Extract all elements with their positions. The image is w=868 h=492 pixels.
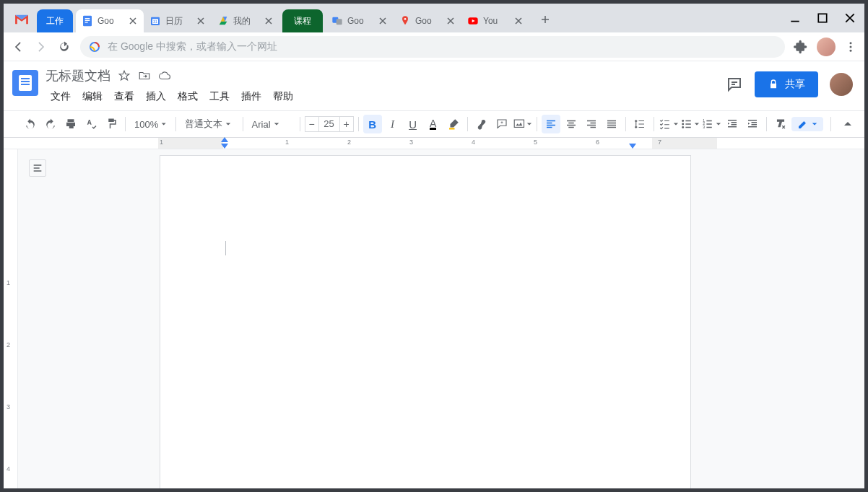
docs-favicon-icon	[82, 15, 93, 27]
forward-icon[interactable]	[34, 40, 48, 54]
svg-rect-8	[337, 19, 342, 25]
lock-icon	[768, 79, 779, 90]
menu-format[interactable]: 格式	[173, 87, 203, 106]
browser-menu-icon[interactable]	[844, 40, 857, 53]
caret-down-icon	[812, 121, 817, 127]
tab-translate[interactable]: Goo	[326, 9, 394, 32]
close-icon[interactable]	[196, 16, 206, 26]
align-right-button[interactable]	[582, 115, 601, 133]
bold-button[interactable]: B	[363, 115, 382, 133]
menu-help[interactable]: 帮助	[268, 87, 298, 106]
new-tab-button[interactable]	[535, 9, 555, 30]
svg-rect-17	[514, 120, 524, 127]
undo-button[interactable]	[21, 115, 40, 133]
vertical-ruler[interactable]: 1 2 3 4	[4, 149, 18, 492]
insert-link-button[interactable]	[472, 115, 491, 133]
account-avatar[interactable]	[830, 73, 853, 96]
numbered-list-button[interactable]: 123	[701, 115, 721, 133]
align-justify-button[interactable]	[602, 115, 621, 133]
left-indent-marker[interactable]	[221, 144, 228, 149]
first-line-indent-marker[interactable]	[221, 137, 228, 142]
tab-calendar[interactable]: 31 日历	[144, 9, 212, 32]
tab-label: 日历	[165, 15, 193, 27]
menu-addons[interactable]: 插件	[236, 87, 266, 106]
share-button[interactable]: 共享	[755, 71, 818, 97]
svg-rect-16	[449, 128, 455, 129]
collapse-toolbar-button[interactable]	[838, 115, 857, 133]
cloud-status-icon[interactable]	[158, 69, 171, 82]
browser-profile-avatar[interactable]	[817, 38, 836, 56]
right-indent-marker[interactable]	[629, 144, 636, 149]
outline-toggle-button[interactable]	[29, 159, 46, 177]
ruler[interactable]: 1 1 2 3 4 5 6 7	[4, 138, 864, 149]
tab-group-label: 课程	[294, 15, 311, 27]
back-icon[interactable]	[11, 40, 25, 54]
close-icon[interactable]	[513, 16, 524, 26]
tab-group-work[interactable]: 工作	[37, 9, 73, 32]
menu-view[interactable]: 查看	[109, 87, 139, 106]
svg-point-18	[682, 120, 684, 122]
underline-button[interactable]: U	[404, 115, 422, 133]
editing-mode-button[interactable]	[791, 117, 823, 131]
tab-group-course[interactable]: 课程	[282, 9, 323, 32]
svg-point-13	[850, 42, 852, 44]
font-value: Arial	[252, 119, 271, 130]
menu-edit[interactable]: 编辑	[77, 87, 108, 106]
tab-maps[interactable]: Goo	[394, 9, 461, 32]
svg-rect-2	[85, 20, 90, 21]
maximize-icon[interactable]	[817, 12, 828, 24]
move-icon[interactable]	[138, 69, 151, 82]
print-button[interactable]	[61, 115, 80, 133]
tab-youtube[interactable]: You	[461, 9, 529, 32]
font-select[interactable]: Arial	[248, 115, 295, 133]
close-window-icon[interactable]	[844, 12, 856, 24]
font-size-value[interactable]: 25	[319, 116, 339, 132]
font-size-increase[interactable]: +	[339, 116, 354, 132]
tab-docs-active[interactable]: Goo	[76, 9, 144, 32]
redo-button[interactable]	[41, 115, 60, 133]
translate-favicon-icon	[331, 15, 343, 27]
menu-tools[interactable]: 工具	[204, 87, 235, 106]
svg-rect-11	[818, 14, 826, 22]
menu-file[interactable]: 文件	[45, 87, 76, 106]
paint-format-button[interactable]	[102, 115, 121, 133]
clear-formatting-button[interactable]	[771, 115, 790, 133]
close-icon[interactable]	[128, 16, 138, 26]
zoom-select[interactable]: 100%	[130, 115, 171, 133]
italic-button[interactable]: I	[383, 115, 402, 133]
address-bar[interactable]: 在 Google 中搜索，或者输入一个网址	[80, 36, 785, 58]
line-spacing-button[interactable]	[630, 115, 649, 133]
star-icon[interactable]	[118, 69, 131, 82]
highlight-button[interactable]	[444, 115, 463, 133]
svg-text:31: 31	[153, 19, 157, 24]
svg-rect-1	[85, 18, 90, 19]
docs-logo[interactable]	[12, 70, 38, 96]
menu-insert[interactable]: 插入	[141, 87, 171, 106]
ruler-number: 1	[285, 139, 289, 146]
formatting-toolbar: 100% 普通文本 Arial − 25 + B I U A 123	[4, 110, 864, 138]
text-color-button[interactable]: A	[424, 115, 443, 133]
align-left-button[interactable]	[542, 115, 560, 133]
close-icon[interactable]	[378, 16, 388, 26]
close-icon[interactable]	[446, 16, 456, 26]
document-page[interactable]	[160, 155, 691, 492]
tab-drive[interactable]: 我的	[212, 9, 279, 32]
doc-title[interactable]: 无标题文档	[45, 67, 110, 84]
paragraph-style-select[interactable]: 普通文本	[181, 115, 238, 133]
spellcheck-button[interactable]	[82, 115, 100, 133]
bullet-list-button[interactable]	[680, 115, 700, 133]
comments-icon[interactable]	[726, 76, 743, 93]
insert-image-button[interactable]	[513, 115, 533, 133]
font-size-decrease[interactable]: −	[305, 116, 319, 132]
checklist-button[interactable]	[659, 115, 679, 133]
indent-button[interactable]	[743, 115, 762, 133]
reload-icon[interactable]	[57, 40, 71, 54]
minimize-icon[interactable]	[789, 12, 801, 24]
outdent-button[interactable]	[723, 115, 742, 133]
gmail-icon	[14, 14, 30, 25]
extensions-icon[interactable]	[794, 40, 808, 54]
tab-group-label: 工作	[46, 15, 64, 27]
insert-comment-button[interactable]	[492, 115, 511, 133]
align-center-button[interactable]	[562, 115, 581, 133]
close-icon[interactable]	[264, 16, 274, 26]
